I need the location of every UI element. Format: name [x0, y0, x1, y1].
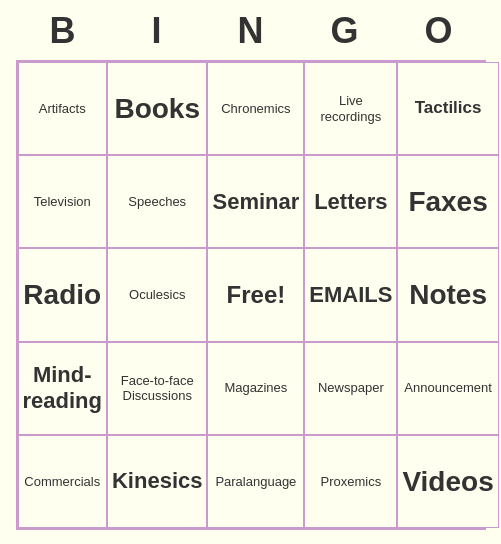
cell-r1-c0: Television [18, 155, 107, 248]
letter-i: I [117, 10, 197, 52]
cell-r4-c4: Videos [397, 435, 498, 528]
cell-r1-c3: Letters [304, 155, 397, 248]
bingo-header: B I N G O [16, 0, 486, 60]
cell-r3-c0: Mind-reading [18, 342, 107, 435]
cell-r3-c4: Announcement [397, 342, 498, 435]
letter-g: G [305, 10, 385, 52]
cell-r0-c1: Books [107, 62, 208, 155]
cell-r4-c2: Paralanguage [207, 435, 304, 528]
cell-r1-c1: Speeches [107, 155, 208, 248]
cell-r4-c3: Proxemics [304, 435, 397, 528]
bingo-grid: ArtifactsBooksChronemicsLive recordingsT… [16, 60, 486, 530]
cell-r2-c4: Notes [397, 248, 498, 341]
cell-r3-c2: Magazines [207, 342, 304, 435]
cell-r2-c1: Oculesics [107, 248, 208, 341]
cell-r0-c2: Chronemics [207, 62, 304, 155]
cell-r1-c4: Faxes [397, 155, 498, 248]
cell-r3-c3: Newspaper [304, 342, 397, 435]
cell-r3-c1: Face-to-face Discussions [107, 342, 208, 435]
cell-r4-c0: Commercials [18, 435, 107, 528]
cell-r2-c0: Radio [18, 248, 107, 341]
cell-r0-c0: Artifacts [18, 62, 107, 155]
cell-r2-c3: EMAILS [304, 248, 397, 341]
cell-r4-c1: Kinesics [107, 435, 208, 528]
letter-o: O [399, 10, 479, 52]
letter-n: N [211, 10, 291, 52]
cell-r2-c2: Free! [207, 248, 304, 341]
cell-r0-c4: Tactilics [397, 62, 498, 155]
cell-r0-c3: Live recordings [304, 62, 397, 155]
letter-b: B [23, 10, 103, 52]
cell-r1-c2: Seminar [207, 155, 304, 248]
